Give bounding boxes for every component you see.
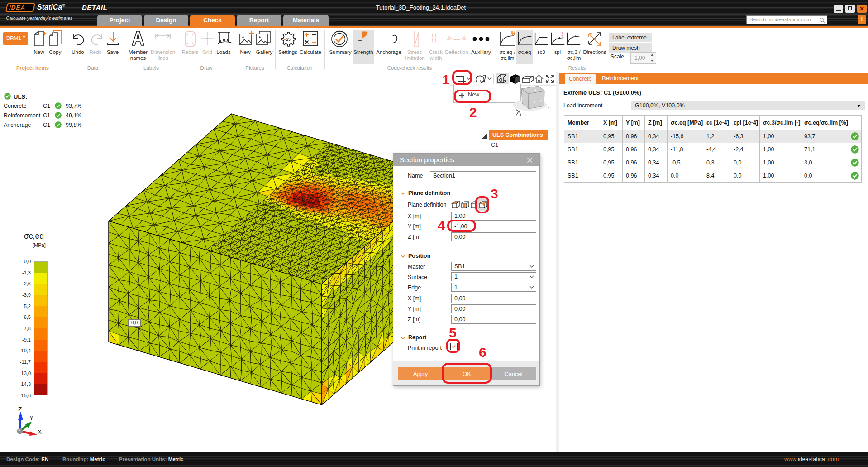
svg-text:Z: Z — [18, 406, 22, 413]
svg-text:Y: Y — [29, 414, 33, 421]
svg-text:y: y — [540, 98, 542, 102]
svg-text:X: X — [38, 428, 42, 435]
svg-text:</>: </> — [284, 37, 291, 42]
svg-text:%: % — [511, 30, 515, 37]
svg-text:!: ! — [561, 31, 563, 37]
svg-text:xʹ: xʹ — [533, 100, 536, 104]
svg-text:z: z — [534, 87, 536, 91]
